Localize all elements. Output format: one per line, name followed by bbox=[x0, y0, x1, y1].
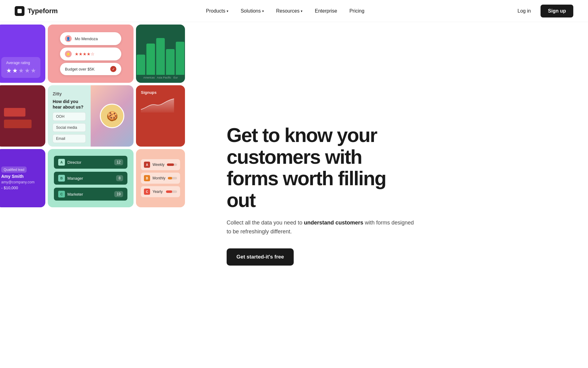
nav-solutions[interactable]: Solutions ▾ bbox=[236, 6, 269, 16]
weekly-label-3: Yearly bbox=[153, 190, 164, 194]
cards-grid: Average rating ★★★★★ 👤 Mo Mendoza ⭐ ★★★★… bbox=[0, 22, 202, 210]
survey-option-1: OOH bbox=[53, 112, 86, 121]
nav-actions: Log in Sign up bbox=[513, 5, 573, 17]
hero-copy: Get to know your customers with forms wo… bbox=[202, 22, 588, 368]
survey-option-3: Email bbox=[53, 134, 86, 143]
bar-5 bbox=[176, 42, 184, 75]
user-icon: 👤 bbox=[65, 35, 72, 42]
card-weekly: A Weekly B Monthly C Yearly bbox=[136, 149, 185, 207]
survey-photo: 🍪 bbox=[91, 85, 134, 147]
budget-label: Budget over $5K bbox=[65, 67, 95, 71]
lead-email: amy@company.com bbox=[1, 180, 40, 184]
role-name-manager: Manager bbox=[67, 176, 83, 181]
survey-image: 🍪 bbox=[91, 85, 134, 147]
card-form-user: 👤 Mo Mendoza ⭐ ★★★★☆ Budget over $5K ✓ bbox=[48, 25, 134, 83]
star-icon: ⭐ bbox=[65, 51, 72, 57]
hero-section: Average rating ★★★★★ 👤 Mo Mendoza ⭐ ★★★★… bbox=[0, 22, 588, 368]
role-letter-b: B bbox=[58, 175, 65, 182]
rating-label: Average rating bbox=[6, 61, 36, 65]
pill-stars: ★★★★☆ bbox=[75, 52, 95, 56]
signups-svg bbox=[141, 97, 180, 113]
role-director: A Director 12 bbox=[54, 156, 127, 169]
signups-label: Signups bbox=[141, 90, 180, 95]
bar-4 bbox=[166, 49, 175, 75]
hero-title: Get to know your customers with forms wo… bbox=[227, 125, 417, 211]
nav-enterprise[interactable]: Enterprise bbox=[310, 6, 342, 16]
nav-pricing[interactable]: Pricing bbox=[345, 6, 369, 16]
weekly-label-2: Monthly bbox=[153, 176, 165, 180]
weekly-label-1: Weekly bbox=[153, 163, 164, 167]
hero-description: Collect all the data you need to underst… bbox=[227, 218, 417, 236]
stars-display: ★★★★★ bbox=[6, 67, 36, 74]
shape-bar-top bbox=[4, 108, 25, 117]
user-pill: 👤 Mo Mendoza bbox=[60, 32, 121, 45]
login-button[interactable]: Log in bbox=[513, 6, 536, 16]
weekly-bar-3 bbox=[166, 190, 172, 193]
hero-content: Get to know your customers with forms wo… bbox=[227, 125, 417, 265]
role-count-manager: 8 bbox=[116, 175, 123, 181]
hero-cards-area: Average rating ★★★★★ 👤 Mo Mendoza ⭐ ★★★★… bbox=[0, 22, 202, 368]
weekly-letter-b: B bbox=[144, 175, 150, 181]
bar-3 bbox=[156, 38, 165, 75]
user-name: Mo Mendoza bbox=[75, 36, 98, 41]
chevron-down-icon: ▾ bbox=[262, 9, 264, 13]
budget-pill: Budget over $5K ✓ bbox=[60, 63, 121, 75]
bar-2 bbox=[146, 44, 155, 75]
role-marketer: C Marketer 19 bbox=[54, 188, 127, 201]
person-emoji: 🍪 bbox=[100, 104, 124, 128]
stars-pill: ⭐ ★★★★☆ bbox=[60, 48, 121, 60]
abstract-bars bbox=[4, 104, 38, 128]
card-lead: Qualified lead Amy Smith amy@company.com… bbox=[0, 149, 45, 207]
survey-option-2: Social media bbox=[53, 123, 86, 132]
cta-button[interactable]: Get started-it's free bbox=[227, 248, 294, 266]
weekly-letter-c: C bbox=[144, 189, 150, 195]
role-name-marketer: Marketer bbox=[67, 192, 83, 197]
chart-container: Americas Asia Pacific Eur bbox=[137, 38, 184, 79]
chart-axis-label: Americas Asia Pacific Eur bbox=[137, 76, 184, 79]
signup-button[interactable]: Sign up bbox=[541, 5, 573, 17]
card-survey: Zitty How did you hear about us? OOH Soc… bbox=[48, 85, 134, 147]
card-chart: Americas Asia Pacific Eur bbox=[136, 25, 185, 83]
logo[interactable]: Typeform bbox=[15, 6, 58, 16]
logo-text: Typeform bbox=[28, 7, 58, 15]
bar-1 bbox=[137, 55, 145, 75]
weekly-item-1: A Weekly bbox=[141, 159, 180, 170]
role-name-director: Director bbox=[67, 160, 81, 165]
nav-resources[interactable]: Resources ▾ bbox=[271, 6, 307, 16]
card-abstract bbox=[0, 85, 45, 147]
survey-content: Zitty How did you hear about us? OOH Soc… bbox=[48, 85, 91, 147]
nav-products[interactable]: Products ▾ bbox=[201, 6, 233, 16]
chart-bars bbox=[137, 38, 184, 75]
navigation: Typeform Products ▾ Solutions ▾ Resource… bbox=[0, 0, 588, 22]
lead-tag: Qualified lead bbox=[1, 167, 27, 173]
role-manager: B Manager 8 bbox=[54, 172, 127, 185]
card-rating: Average rating ★★★★★ bbox=[0, 25, 45, 83]
nav-links: Products ▾ Solutions ▾ Resources ▾ Enter… bbox=[201, 6, 369, 16]
weekly-letter-a: A bbox=[144, 162, 150, 168]
survey-brand: Zitty bbox=[53, 91, 86, 96]
role-count-marketer: 19 bbox=[114, 191, 123, 197]
weekly-item-3: C Yearly bbox=[141, 186, 180, 197]
weekly-item-2: B Monthly bbox=[141, 173, 180, 184]
lead-value: - $10,000 bbox=[1, 186, 40, 190]
card-roles: A Director 12 B Manager 8 C Marketer bbox=[48, 149, 134, 207]
role-letter-a: A bbox=[58, 159, 65, 166]
card-signups: Signups bbox=[136, 85, 185, 147]
weekly-bar-2 bbox=[168, 177, 172, 179]
weekly-bar-1 bbox=[167, 163, 174, 166]
shape-bar-bottom bbox=[4, 120, 32, 128]
signups-chart bbox=[141, 97, 180, 142]
role-letter-c: C bbox=[58, 191, 65, 197]
check-icon: ✓ bbox=[110, 66, 116, 72]
lead-name: Amy Smith bbox=[1, 174, 40, 179]
chevron-down-icon: ▾ bbox=[301, 9, 303, 13]
role-count-director: 12 bbox=[114, 159, 123, 165]
survey-question: How did you hear about us? bbox=[53, 99, 86, 110]
logo-icon bbox=[15, 6, 24, 16]
chevron-down-icon: ▾ bbox=[227, 9, 228, 13]
